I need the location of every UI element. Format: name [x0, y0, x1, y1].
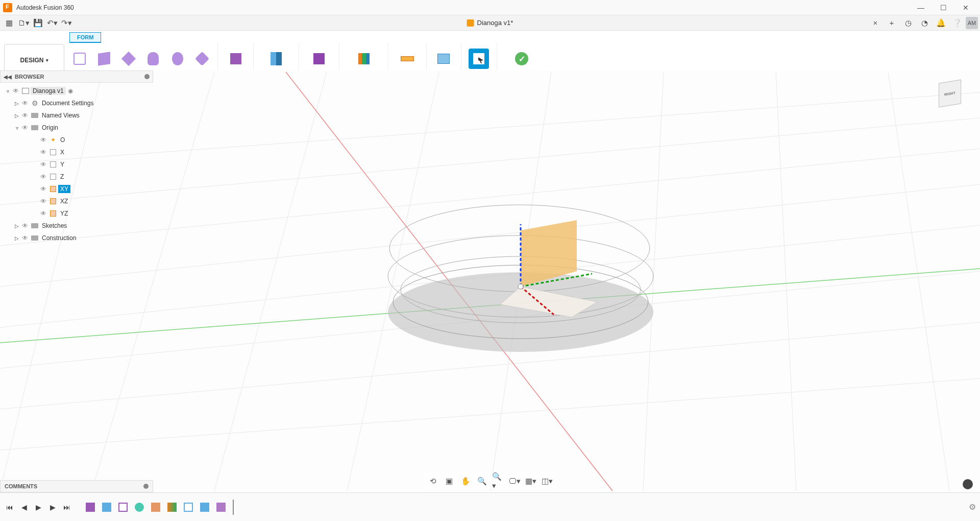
look-at-icon[interactable]: ▣: [443, 475, 455, 487]
tree-item-label: X: [58, 148, 66, 156]
timeline-feature[interactable]: [198, 501, 211, 514]
node-type-icon: ✦: [48, 136, 58, 144]
timeline-feature[interactable]: [182, 501, 195, 514]
orbit-icon[interactable]: ⟲: [427, 475, 439, 487]
extensions-icon[interactable]: ◷: [900, 16, 916, 30]
undo-icon[interactable]: ↶▾: [45, 16, 59, 30]
file-menu-icon[interactable]: 🗋▾: [16, 16, 31, 30]
create-plane-button[interactable]: [118, 49, 139, 69]
tree-root[interactable]: ▿ 👁 Dianoga v1 ◉: [0, 85, 153, 97]
tree-item[interactable]: ▷👁Named Views: [0, 109, 153, 122]
tree-item[interactable]: ▷👁Construction: [0, 232, 153, 244]
notifications-icon[interactable]: 🔔: [933, 16, 948, 30]
timeline-marker[interactable]: [233, 500, 234, 515]
document-tab[interactable]: Dianoga v1*: [467, 19, 513, 27]
timeline-feature[interactable]: [149, 501, 162, 514]
visibility-icon[interactable]: 👁: [20, 112, 30, 119]
visibility-icon[interactable]: 👁: [20, 100, 30, 107]
tab-close-icon[interactable]: ×: [868, 16, 883, 30]
tree-item[interactable]: 👁XY: [0, 183, 153, 195]
job-status-icon[interactable]: ◔: [917, 16, 932, 30]
visibility-icon[interactable]: 👁: [11, 87, 20, 94]
tree-item[interactable]: 👁XZ: [0, 195, 153, 207]
tree-item[interactable]: 👁✦O: [0, 134, 153, 146]
save-icon[interactable]: 💾: [31, 16, 45, 30]
visibility-icon[interactable]: 👁: [39, 149, 48, 156]
timeline-step-back-icon[interactable]: ◀: [18, 503, 30, 511]
visibility-icon[interactable]: 👁: [39, 210, 48, 217]
view-cube[interactable]: RIGHT: [932, 77, 968, 112]
panel-options-icon[interactable]: [144, 74, 150, 79]
create-cylinder-button[interactable]: [143, 49, 163, 69]
visibility-icon[interactable]: 👁: [39, 185, 48, 193]
tree-item[interactable]: 👁Z: [0, 171, 153, 183]
utilities-button[interactable]: [309, 49, 329, 69]
timeline-end-icon[interactable]: ⏭: [61, 503, 72, 511]
zoom-icon[interactable]: 🔍: [476, 475, 488, 487]
grid-settings-icon[interactable]: ▦▾: [525, 475, 537, 487]
expand-icon[interactable]: ▷: [13, 223, 20, 229]
svg-line-7: [0, 378, 980, 450]
timeline-feature[interactable]: [133, 501, 146, 514]
timeline-feature[interactable]: [116, 501, 130, 514]
timeline-feature[interactable]: [100, 501, 113, 514]
insert-decal-button[interactable]: [433, 49, 454, 69]
browser-panel-header[interactable]: ◀◀ BROWSER: [0, 70, 153, 83]
ribbon-tab-form[interactable]: FORM: [69, 32, 101, 43]
expand-icon[interactable]: ▿: [13, 125, 20, 131]
timeline-feature[interactable]: [84, 501, 97, 514]
panel-collapse-icon[interactable]: ◀◀: [4, 74, 12, 80]
timeline-settings-icon[interactable]: ⚙: [969, 502, 976, 512]
visibility-icon[interactable]: 👁: [39, 136, 48, 144]
viewport-layout-icon[interactable]: ◫▾: [541, 475, 553, 487]
visibility-icon[interactable]: 👁: [39, 198, 48, 205]
expand-icon[interactable]: ▿: [4, 88, 11, 94]
expand-icon[interactable]: ▷: [13, 113, 20, 119]
create-sphere-button[interactable]: [167, 49, 188, 69]
modify-edit-button[interactable]: [226, 49, 246, 69]
visibility-icon[interactable]: 👁: [39, 173, 48, 180]
tab-add-icon[interactable]: +: [884, 16, 899, 30]
construct-plane-button[interactable]: [354, 49, 374, 69]
display-settings-icon[interactable]: 🖵▾: [508, 475, 521, 487]
visibility-icon[interactable]: 👁: [39, 161, 48, 168]
zoom-window-icon[interactable]: 🔍▾: [492, 475, 504, 487]
select-tool-button[interactable]: [469, 49, 489, 69]
expand-icon[interactable]: ▷: [13, 235, 20, 241]
tree-item[interactable]: ▿👁Origin: [0, 122, 153, 134]
pan-icon[interactable]: ✋: [459, 475, 472, 487]
tree-item[interactable]: 👁YZ: [0, 207, 153, 220]
redo-icon[interactable]: ↷▾: [59, 16, 74, 30]
tree-item[interactable]: ▷👁Sketches: [0, 220, 153, 232]
symmetry-mirror-button[interactable]: [266, 49, 286, 69]
create-quadball-button[interactable]: [192, 49, 212, 69]
finish-form-button[interactable]: ✓: [511, 49, 532, 69]
feedback-icon[interactable]: [963, 479, 973, 489]
window-minimize-button[interactable]: —: [910, 0, 932, 15]
tree-item[interactable]: 👁X: [0, 146, 153, 158]
data-panel-icon[interactable]: ▦: [2, 16, 16, 30]
create-sketch-button[interactable]: [69, 49, 90, 69]
timeline-feature[interactable]: [165, 501, 179, 514]
window-close-button[interactable]: ✕: [954, 0, 977, 15]
comments-panel-header[interactable]: COMMENTS: [0, 480, 153, 492]
inspect-measure-button[interactable]: [397, 49, 418, 69]
node-type-icon: [48, 148, 58, 156]
help-icon[interactable]: ❔: [949, 16, 965, 30]
tree-item[interactable]: ▷👁⚙Document Settings: [0, 97, 153, 109]
comments-options-icon[interactable]: [143, 484, 149, 489]
timeline-feature[interactable]: [214, 501, 228, 514]
timeline-play-icon[interactable]: ▶: [33, 503, 44, 511]
create-box-button[interactable]: [94, 49, 114, 69]
visibility-icon[interactable]: 👁: [20, 124, 30, 131]
active-component-icon[interactable]: ◉: [68, 87, 73, 94]
visibility-icon[interactable]: 👁: [20, 222, 30, 229]
tree-item[interactable]: 👁Y: [0, 158, 153, 171]
window-maximize-button[interactable]: ☐: [932, 0, 954, 15]
visibility-icon[interactable]: 👁: [20, 234, 30, 242]
timeline-start-icon[interactable]: ⏮: [4, 503, 15, 511]
expand-icon[interactable]: ▷: [13, 101, 20, 106]
timeline-step-fwd-icon[interactable]: ▶: [47, 503, 58, 511]
node-type-icon: [48, 185, 58, 193]
user-avatar[interactable]: AM: [966, 17, 978, 29]
